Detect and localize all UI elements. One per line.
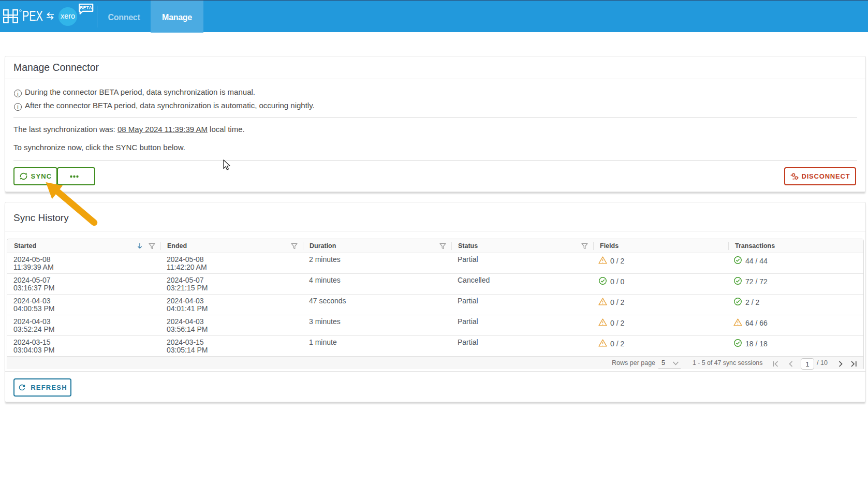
svg-text:BETA: BETA: [80, 5, 92, 10]
